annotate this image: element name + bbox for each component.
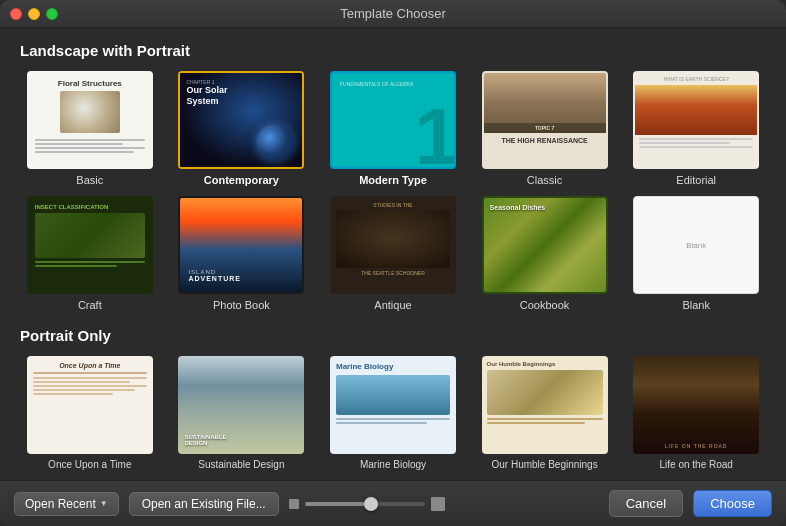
template-basic[interactable]: Floral Structures Basic xyxy=(20,71,160,186)
close-button[interactable] xyxy=(10,8,22,20)
open-recent-button[interactable]: Open Recent ▼ xyxy=(14,492,119,516)
portrait-1-label: Once Upon a Time xyxy=(48,459,131,470)
open-existing-button[interactable]: Open an Existing File... xyxy=(129,492,279,516)
template-antique-label: Antique xyxy=(374,299,411,311)
portrait-4-label: Our Humble Beginnings xyxy=(492,459,598,470)
title-bar: Template Chooser xyxy=(0,0,786,28)
portrait-1-thumb: Once Upon a Time xyxy=(27,356,153,454)
antique-title: THE SEATTLE SCHOONER xyxy=(336,270,450,276)
template-portrait-5[interactable]: LIFE ON THE ROAD Life on the Road xyxy=(626,356,766,470)
template-cookbook-thumb: Seasonal Dishes xyxy=(482,196,608,294)
template-classic[interactable]: TOPIC 7 THE HIGH RENAISSANCE Classic xyxy=(475,71,615,186)
portrait-5-bg xyxy=(633,356,759,454)
portrait-2-label: Sustainable Design xyxy=(198,459,284,470)
portrait-4-title: Our Humble Beginnings xyxy=(487,361,603,367)
antique-subtitle: STUDIES IN THE xyxy=(336,202,450,208)
antique-image xyxy=(336,210,450,268)
portrait-5-thumb: LIFE ON THE ROAD xyxy=(633,356,759,454)
portrait-2-thumb: SUSTAINABLE DESIGN xyxy=(178,356,304,454)
zoom-slider-container xyxy=(289,497,445,511)
portrait-2-text: SUSTAINABLE DESIGN xyxy=(184,434,298,446)
portrait-3-title: Marine Biology xyxy=(336,362,450,371)
template-portrait-1[interactable]: Once Upon a Time Once Upon a Time xyxy=(20,356,160,470)
contemporary-earth xyxy=(256,124,294,162)
cancel-label: Cancel xyxy=(626,496,666,511)
craft-lines xyxy=(35,261,145,267)
template-classic-thumb: TOPIC 7 THE HIGH RENAISSANCE xyxy=(482,71,608,169)
classic-title-text: THE HIGH RENAISSANCE xyxy=(489,137,601,144)
portrait-1-title: Once Upon a Time xyxy=(33,362,147,369)
template-cookbook-label: Cookbook xyxy=(520,299,570,311)
template-contemporary[interactable]: CHAPTER 1 Our SolarSystem Contemporary xyxy=(172,71,312,186)
landscape-template-grid: Floral Structures Basic CHAPTER 1 Our So… xyxy=(20,71,766,311)
blank-label-text: Blank xyxy=(686,241,706,250)
portrait-3-line2 xyxy=(336,422,427,424)
template-grid-container: Landscape with Portrait Floral Structure… xyxy=(0,28,786,480)
window-title: Template Chooser xyxy=(340,6,446,21)
portrait-1-line1 xyxy=(33,377,147,379)
portrait-5-label: Life on the Road xyxy=(660,459,733,470)
template-blank[interactable]: Blank Blank xyxy=(626,196,766,311)
basic-title-text: Floral Structures xyxy=(58,79,122,88)
template-photo-book[interactable]: ISLAND ADVENTURE Photo Book xyxy=(172,196,312,311)
modern-subtitle: Fundamentals of Algebra xyxy=(340,81,446,87)
template-editorial-label: Editorial xyxy=(676,174,716,186)
zoom-small-icon xyxy=(289,499,299,509)
template-editorial-thumb: What is Earth Science? xyxy=(633,71,759,169)
portrait-template-grid: Once Upon a Time Once Upon a Time SUSTAI… xyxy=(20,356,766,470)
template-antique-thumb: STUDIES IN THE THE SEATTLE SCHOONER xyxy=(330,196,456,294)
portrait-1-line5 xyxy=(33,393,113,395)
zoom-large-icon xyxy=(431,497,445,511)
zoom-slider-track[interactable] xyxy=(305,502,425,506)
classic-image: TOPIC 7 xyxy=(484,73,606,133)
craft-title: INSECT CLASSIFICATION xyxy=(35,204,145,210)
basic-text-lines xyxy=(35,139,145,155)
template-modern-type[interactable]: Fundamentals of Algebra 1 Modern Type xyxy=(323,71,463,186)
window-controls xyxy=(10,8,58,20)
template-craft-thumb: INSECT CLASSIFICATION xyxy=(27,196,153,294)
template-portrait-4[interactable]: Our Humble Beginnings Our Humble Beginni… xyxy=(475,356,615,470)
portrait-4-line1 xyxy=(487,418,603,420)
choose-label: Choose xyxy=(710,496,755,511)
template-cookbook[interactable]: Seasonal Dishes Cookbook xyxy=(475,196,615,311)
portrait-1-line2 xyxy=(33,381,130,383)
portrait-1-line4 xyxy=(33,389,136,391)
template-blank-label: Blank xyxy=(682,299,710,311)
portrait-3-line1 xyxy=(336,418,450,420)
maximize-button[interactable] xyxy=(46,8,58,20)
minimize-button[interactable] xyxy=(28,8,40,20)
portrait-4-thumb: Our Humble Beginnings xyxy=(482,356,608,454)
template-contemporary-thumb: CHAPTER 1 Our SolarSystem xyxy=(178,71,304,169)
choose-button[interactable]: Choose xyxy=(693,490,772,517)
template-photo-label: Photo Book xyxy=(213,299,270,311)
zoom-slider-fill xyxy=(305,502,371,506)
classic-text: THE HIGH RENAISSANCE xyxy=(484,133,606,148)
portrait-1-divider xyxy=(33,372,147,374)
photo-text: ISLAND ADVENTURE xyxy=(188,269,241,282)
cancel-button[interactable]: Cancel xyxy=(609,490,683,517)
editorial-image xyxy=(635,85,757,135)
open-recent-label: Open Recent xyxy=(25,497,96,511)
portrait-4-image xyxy=(487,370,603,415)
template-portrait-3[interactable]: Marine Biology Marine Biology xyxy=(323,356,463,470)
contemporary-title: Our SolarSystem xyxy=(186,85,296,107)
section-title-portrait: Portrait Only xyxy=(20,327,766,344)
template-antique[interactable]: STUDIES IN THE THE SEATTLE SCHOONER Anti… xyxy=(323,196,463,311)
editorial-lines xyxy=(635,135,757,167)
classic-chapter: TOPIC 7 xyxy=(488,125,602,131)
portrait-5-text: LIFE ON THE ROAD xyxy=(633,443,759,449)
cookbook-bg xyxy=(484,198,606,292)
portrait-3-thumb: Marine Biology xyxy=(330,356,456,454)
template-blank-thumb: Blank xyxy=(633,196,759,294)
template-portrait-2[interactable]: SUSTAINABLE DESIGN Sustainable Design xyxy=(172,356,312,470)
template-contemporary-label: Contemporary xyxy=(204,174,279,186)
portrait-4-line2 xyxy=(487,422,586,424)
template-basic-thumb: Floral Structures xyxy=(27,71,153,169)
bottom-toolbar: Open Recent ▼ Open an Existing File... C… xyxy=(0,480,786,526)
template-editorial[interactable]: What is Earth Science? Editorial xyxy=(626,71,766,186)
open-recent-arrow-icon: ▼ xyxy=(100,499,108,508)
zoom-slider-thumb[interactable] xyxy=(364,497,378,511)
section-title-landscape: Landscape with Portrait xyxy=(20,42,766,59)
editorial-subtitle: What is Earth Science? xyxy=(635,73,757,85)
template-craft[interactable]: INSECT CLASSIFICATION Craft xyxy=(20,196,160,311)
